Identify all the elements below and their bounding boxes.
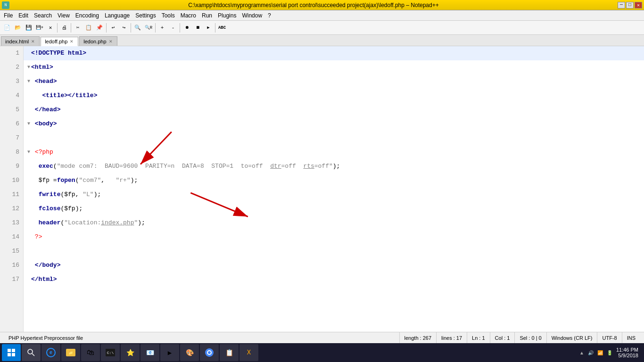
tb-abc[interactable]: ABC [217,23,227,33]
code-line-11[interactable]: fwrite($fp, "L"); [24,188,644,202]
tb-redo[interactable]: ↪ [119,23,129,33]
fold-9[interactable] [27,159,30,173]
tb-close[interactable]: ✕ [45,23,56,33]
fold-7[interactable] [27,131,30,145]
tb-print[interactable]: 🖨 [59,23,69,33]
fold-12[interactable] [27,202,30,216]
tb-paste[interactable]: 📌 [94,23,105,33]
line-num-11: 11 [0,188,23,202]
fold-11[interactable] [27,188,30,202]
code-token: <head> [35,74,57,89]
fold-10[interactable] [27,173,30,188]
tb-save[interactable]: 💾 [24,23,34,33]
fold-17[interactable] [27,272,30,287]
tb-saveall[interactable]: 💾+ [34,23,45,33]
code-token: , [75,188,83,202]
fold-5[interactable] [27,103,30,117]
tab-ledon-php[interactable]: ledon.php ✕ [79,36,117,46]
tab-ledoff-php[interactable]: ledoff.php ✕ [41,37,78,46]
line-num-7: 7 [0,131,23,145]
code-line-13[interactable]: header("Location:index.php"); [24,216,644,230]
fold-14[interactable] [27,230,30,244]
tb-open[interactable]: 📂 [13,23,23,33]
tb-macro-play[interactable]: ▶ [203,23,214,33]
menu-language[interactable]: Language [102,11,132,20]
fold-8[interactable]: ▼ [27,145,30,159]
tab-index-html[interactable]: index.html ✕ [1,36,40,46]
line-num-15: 15 [0,244,23,258]
tb-copy[interactable]: 📋 [83,23,94,33]
minimize-button[interactable]: ─ [618,2,625,8]
menu-window[interactable]: Window [239,11,265,20]
tab-close-ledoff[interactable]: ✕ [69,39,74,44]
line-num-10: 10 [0,173,23,188]
code-line-6[interactable]: ▼ <body> [24,117,644,131]
tb-replace[interactable]: 🔍R [143,23,154,33]
status-bar: PHP Hypertext Preprocessor file length :… [0,332,644,343]
close-button[interactable]: ✕ [635,2,642,8]
tb-new[interactable]: 📄 [2,23,12,33]
menu-encoding[interactable]: Encoding [73,11,102,20]
menu-file[interactable]: File [1,11,16,20]
tab-close-ledon[interactable]: ✕ [108,39,113,44]
code-area[interactable]: <!DOCTYPE html> ▼ <html> ▼ <head> <title… [24,46,644,287]
menu-help[interactable]: ? [265,11,274,20]
tb-macro-stop[interactable]: ⏹ [192,23,203,33]
fold-6[interactable]: ▼ [27,117,30,131]
code-line-2[interactable]: ▼ <html> [24,60,644,74]
tb-macro[interactable]: ⏺ [182,23,192,33]
fold-13[interactable] [27,216,30,230]
menu-settings[interactable]: Settings [132,11,158,20]
menu-edit[interactable]: Edit [16,11,31,20]
code-line-12[interactable]: fclose($fp); [24,202,644,216]
line-num-4: 4 [0,89,23,103]
tb-undo[interactable]: ↩ [108,23,118,33]
code-line-14[interactable]: ?> [24,230,644,244]
status-lines: lines : 17 [437,332,467,343]
code-line-17[interactable]: </html> [24,272,644,287]
menu-macro[interactable]: Macro [178,11,199,20]
code-line-5[interactable]: </head> [24,103,644,117]
line-num-1: 1 [0,46,23,60]
tb-cut[interactable]: ✂ [73,23,83,33]
fold-16[interactable] [27,258,30,272]
code-token: exec [39,159,53,173]
code-line-8[interactable]: ▼ <?php [24,145,644,159]
code-token: ( [60,202,64,216]
tb-sep4 [131,23,131,33]
fold-4[interactable] [27,89,30,103]
code-token: ); [138,216,145,230]
code-line-4[interactable]: <title></title> [24,89,644,103]
code-token [31,258,35,272]
window-controls: ─ □ ✕ [618,2,642,8]
code-token: <body> [35,117,57,131]
menu-run[interactable]: Run [199,11,215,20]
code-line-15[interactable] [24,244,644,258]
maximize-button[interactable]: □ [626,2,634,8]
fold-15[interactable] [27,244,30,258]
code-line-9[interactable]: exec("mode com7: BAUD=9600 PARITY=n DATA… [24,159,644,173]
code-line-3[interactable]: ▼ <head> [24,74,644,89]
code-line-1[interactable]: <!DOCTYPE html> [24,46,644,60]
code-line-7[interactable] [24,131,644,145]
code-token: <html> [31,60,53,74]
fold-2[interactable]: ▼ [27,60,30,74]
code-line-10[interactable]: $fp =fopen("com7", "r+"); [24,173,644,188]
tb-find[interactable]: 🔍 [132,23,143,33]
toolbar: 📄 📂 💾 💾+ ✕ 🖨 ✂ 📋 📌 ↩ ↪ 🔍 🔍R + - ⏺ ⏹ ▶ AB… [0,21,644,35]
code-editor[interactable]: <!DOCTYPE html> ▼ <html> ▼ <head> <title… [24,46,644,332]
fold-3[interactable]: ▼ [27,74,30,89]
menu-search[interactable]: Search [31,11,55,20]
menu-plugins[interactable]: Plugins [215,11,239,20]
tb-sep6 [180,23,180,33]
menu-view[interactable]: View [55,11,73,20]
code-token [31,103,35,117]
tb-zoomout[interactable]: - [168,23,178,33]
tab-close-index[interactable]: ✕ [31,39,35,44]
code-line-16[interactable]: </body> [24,258,644,272]
fold-1[interactable] [27,46,30,60]
line-num-17: 17 [0,272,23,287]
code-token: "com7" [79,173,101,188]
tb-zoomin[interactable]: + [157,23,167,33]
menu-tools[interactable]: Tools [159,11,178,20]
